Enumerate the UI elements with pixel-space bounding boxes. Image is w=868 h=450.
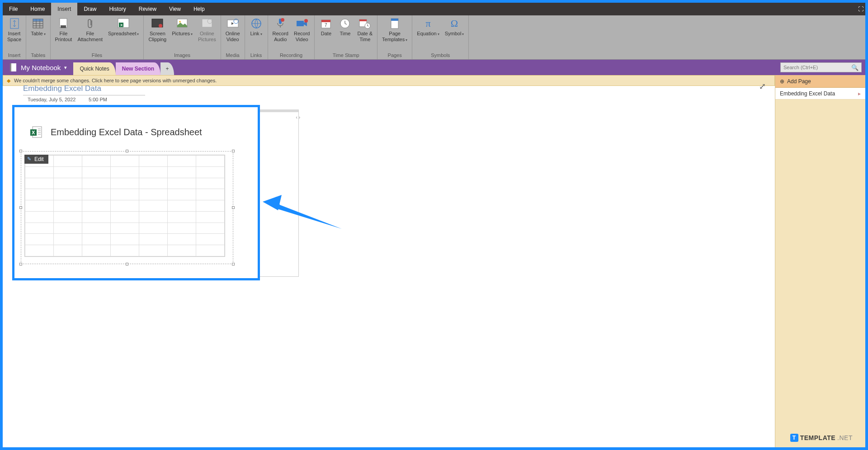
ribbon-group-links: Link▾ Links <box>245 15 268 59</box>
record-video-button[interactable]: Record Video <box>291 16 312 43</box>
menu-review[interactable]: Review <box>132 3 163 15</box>
video-camera-icon <box>296 17 308 30</box>
search-icon: 🔍 <box>851 64 859 71</box>
table-button[interactable]: Table▾ <box>28 16 48 38</box>
svg-text:X: X <box>32 130 35 135</box>
svg-point-20 <box>304 19 308 23</box>
ribbon-group-symbols: π Equation▾ Ω Symbol▾ Symbols <box>412 15 469 59</box>
menu-home[interactable]: Home <box>24 3 51 15</box>
file-printout-icon <box>57 17 70 30</box>
svg-point-18 <box>281 18 284 22</box>
page-templates-button[interactable]: Page Templates▾ <box>379 16 410 43</box>
excel-file-icon: X <box>30 126 42 138</box>
paperclip-icon <box>84 17 96 30</box>
insert-space-icon <box>8 17 21 30</box>
svg-rect-12 <box>202 19 212 27</box>
tab-add-section[interactable]: + <box>160 62 174 75</box>
menu-insert[interactable]: Insert <box>51 3 77 15</box>
insert-space-button[interactable]: Insert Space <box>5 16 24 43</box>
file-printout-button[interactable]: File Printout <box>52 16 75 43</box>
page-list-item[interactable]: Embedding Excel Data ▸ <box>775 88 865 99</box>
ribbon-group-images: Screen Clipping Pictures▾ Online Picture… <box>144 15 221 59</box>
pictures-icon <box>176 17 189 30</box>
menu-help[interactable]: Help <box>187 3 211 15</box>
notebook-bar: My Notebook ▾ Quick Notes New Section + … <box>3 60 865 75</box>
sync-badge-icon: ▸ <box>858 90 861 97</box>
edit-button[interactable]: Edit <box>24 155 48 164</box>
ribbon-group-timestamp: 7 Date Time Date & Time Time Stamp <box>315 15 377 59</box>
content-area: ◆ We couldn't merge some changes. Click … <box>3 75 865 447</box>
svg-rect-26 <box>359 19 367 21</box>
record-audio-button[interactable]: Record Audio <box>270 16 291 43</box>
menu-bar: File Home Insert Draw History Review Vie… <box>3 3 865 15</box>
svg-point-9 <box>159 24 162 28</box>
link-icon <box>250 17 263 30</box>
note-canvas[interactable]: ◆ We couldn't merge some changes. Click … <box>3 75 775 447</box>
ribbon-group-pages: Page Templates▾ Pages <box>377 15 412 59</box>
svg-rect-2 <box>33 19 43 21</box>
embedded-spreadsheet[interactable] <box>24 155 225 257</box>
file-attachment-button[interactable]: File Attachment <box>75 16 105 43</box>
ribbon-group-media: Online Video Media <box>221 15 245 59</box>
add-page-button[interactable]: ⊕ Add Page <box>775 75 865 88</box>
app-window: File Home Insert Draw History Review Vie… <box>3 3 865 447</box>
ribbon-group-recording: Record Audio Record Video Recording <box>268 15 315 59</box>
menu-view[interactable]: View <box>163 3 187 15</box>
table-icon <box>32 17 44 30</box>
ribbon-group-insert: Insert Space Insert <box>3 15 26 59</box>
tab-new-section[interactable]: New Section <box>116 62 160 75</box>
online-pictures-icon <box>201 17 213 30</box>
online-pictures-button[interactable]: Online Pictures <box>195 16 219 43</box>
menu-history[interactable]: History <box>103 3 132 15</box>
chevron-down-icon: ▾ <box>64 65 67 71</box>
svg-point-11 <box>179 21 181 23</box>
spreadsheet-button[interactable]: X Spreadsheet▾ <box>105 16 142 38</box>
time-button[interactable]: Time <box>335 16 354 38</box>
online-video-button[interactable]: Online Video <box>223 16 243 43</box>
spreadsheet-grid <box>25 155 225 256</box>
pictures-button[interactable]: Pictures▾ <box>169 16 195 38</box>
ribbon: Insert Space Insert Table▾ Tables File P… <box>3 15 865 60</box>
omega-icon: Ω <box>448 17 461 30</box>
page-list-panel: ⊕ Add Page Embedding Excel Data ▸ <box>775 75 865 447</box>
page-templates-icon <box>388 17 401 30</box>
fullscreen-icon[interactable]: ⛶ <box>854 3 865 15</box>
plus-circle-icon: ⊕ <box>780 78 784 85</box>
ribbon-group-tables: Table▾ Tables <box>26 15 50 59</box>
template-logo-icon: T <box>790 434 798 442</box>
ribbon-group-files: File Printout File Attachment X Spreadsh… <box>51 15 144 59</box>
svg-text:X: X <box>120 23 123 27</box>
microphone-icon <box>274 17 287 30</box>
search-input[interactable]: Search (Ctrl+E) 🔍 <box>780 62 862 72</box>
menu-file[interactable]: File <box>3 3 24 15</box>
notebook-selector[interactable]: My Notebook ▾ <box>3 60 73 75</box>
link-button[interactable]: Link▾ <box>247 16 266 38</box>
menu-draw[interactable]: Draw <box>77 3 103 15</box>
clock-icon <box>339 17 351 30</box>
notebook-icon <box>9 63 17 72</box>
tab-quick-notes[interactable]: Quick Notes <box>73 62 115 75</box>
page-time: 5:00 PM <box>89 97 107 102</box>
watermark: T TEMPLATE.NET <box>790 434 853 442</box>
equation-button[interactable]: π Equation▾ <box>414 16 442 38</box>
svg-rect-4 <box>61 25 66 28</box>
svg-rect-19 <box>297 21 304 26</box>
datetime-button[interactable]: Date & Time <box>354 16 375 43</box>
svg-rect-29 <box>391 19 398 21</box>
screen-clipping-button[interactable]: Screen Clipping <box>146 16 169 43</box>
annotation-arrow <box>263 195 344 236</box>
expand-icon[interactable]: ⤢ <box>759 81 766 91</box>
pi-icon: π <box>422 17 434 30</box>
page-date: Tuesday, July 5, 2022 <box>28 97 75 102</box>
online-video-icon <box>226 17 239 30</box>
symbol-button[interactable]: Ω Symbol▾ <box>442 16 467 38</box>
page-title[interactable]: Embedding Excel Data <box>23 84 145 95</box>
embedded-excel-header: X Embedding Excel Data - Spreadsheet <box>30 126 202 138</box>
spreadsheet-icon: X <box>117 17 130 30</box>
svg-rect-22 <box>321 20 330 22</box>
calendar-clock-icon <box>359 17 371 30</box>
svg-rect-31 <box>10 63 11 71</box>
date-button[interactable]: 7 Date <box>316 16 335 38</box>
screen-clipping-icon <box>151 17 164 30</box>
embed-title: Embedding Excel Data - Spreadsheet <box>51 127 202 137</box>
